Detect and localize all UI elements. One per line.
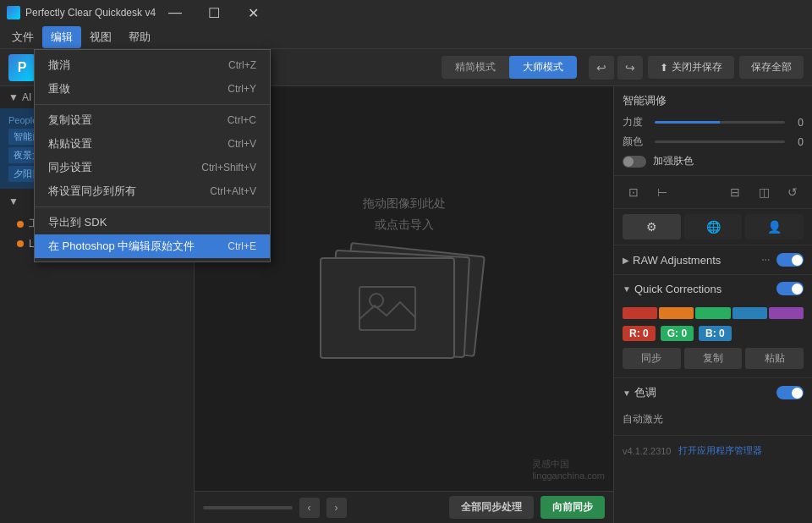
menu-help[interactable]: 帮助 bbox=[120, 26, 159, 48]
qc-copy-button[interactable]: 复制 bbox=[684, 348, 743, 369]
align-icon[interactable]: ⊢ bbox=[651, 181, 673, 203]
undo-button[interactable]: ↩ bbox=[589, 56, 614, 80]
portrait-icon: 👤 bbox=[767, 220, 782, 234]
panel-tabs: ⚙ 🌐 👤 bbox=[614, 209, 812, 245]
next-image-button[interactable]: › bbox=[326, 498, 347, 518]
watermark: 灵感中国 lingganchina.com bbox=[532, 458, 605, 481]
qc-toggle[interactable] bbox=[776, 282, 804, 295]
menu-file[interactable]: 文件 bbox=[3, 26, 42, 48]
edit-dropdown-menu: 撤消 Ctrl+Z 重做 Ctrl+Y 复制设置 Ctrl+C 粘贴设置 Ctr… bbox=[34, 49, 271, 262]
bottom-toolbar: ‹ › 全部同步处理 向前同步 bbox=[195, 491, 613, 523]
g-value-chip: G: 0 bbox=[661, 326, 694, 341]
raw-adjustments-header[interactable]: ▶ RAW Adjustments ··· bbox=[614, 245, 812, 274]
r-label: R: bbox=[629, 328, 640, 339]
upload-icon: ⬆ bbox=[660, 62, 668, 74]
image-placeholder bbox=[320, 249, 489, 384]
minimize-button[interactable]: — bbox=[156, 0, 195, 25]
copy-icon[interactable]: ⊟ bbox=[724, 181, 746, 203]
color-seg-blue bbox=[732, 307, 767, 319]
right-panel: 智能调修 力度 0 颜色 0 加强肤色 ⊡ ⊢ ⊟ bbox=[613, 86, 812, 523]
tone-toggle-knob bbox=[792, 388, 803, 399]
r-value: 0 bbox=[643, 328, 649, 339]
qc-sync-button[interactable]: 同步 bbox=[623, 348, 681, 369]
raw-toggle[interactable] bbox=[776, 253, 804, 267]
other-presets-arrow: ▼ bbox=[8, 195, 19, 207]
process-all-button[interactable]: 全部同步处理 bbox=[449, 496, 534, 519]
power-value: 0 bbox=[792, 117, 804, 129]
color-slider[interactable] bbox=[655, 140, 785, 143]
menu-copy-settings[interactable]: 复制设置 Ctrl+C bbox=[35, 108, 270, 132]
tone-toggle[interactable] bbox=[776, 386, 804, 399]
raw-more-icon[interactable]: ··· bbox=[761, 252, 770, 267]
color-spectrum-bar bbox=[623, 307, 804, 319]
color-label: 颜色 bbox=[623, 135, 648, 149]
menu-view[interactable]: 视图 bbox=[81, 26, 120, 48]
refresh-icon[interactable]: ↺ bbox=[782, 181, 804, 203]
maximize-button[interactable]: ☐ bbox=[195, 0, 233, 25]
menu-redo[interactable]: 重做 Ctrl+Y bbox=[35, 77, 270, 101]
tab-portrait[interactable]: 👤 bbox=[745, 214, 804, 239]
smart-adjust-section: 智能调修 力度 0 颜色 0 加强肤色 bbox=[614, 86, 812, 176]
tone-content: 自动激光 bbox=[614, 407, 812, 435]
tone-arrow-icon: ▼ bbox=[623, 388, 631, 398]
quick-corrections-content: R: 0 G: 0 B: 0 同步 复制 粘贴 bbox=[614, 302, 812, 377]
raw-toggle-knob bbox=[792, 255, 803, 266]
mode-selector: 精简模式 大师模式 bbox=[442, 56, 577, 79]
color-tone-header[interactable]: ▼ 色调 bbox=[614, 378, 812, 407]
power-slider[interactable] bbox=[655, 121, 785, 124]
prev-image-button[interactable]: ‹ bbox=[299, 498, 320, 518]
b-value-chip: B: 0 bbox=[699, 326, 732, 341]
menu-sync-settings[interactable]: 同步设置 Ctrl+Shift+V bbox=[35, 156, 270, 179]
menu-export-sdk[interactable]: 导出到 SDK bbox=[35, 211, 270, 234]
color-value: 0 bbox=[792, 136, 804, 148]
tab-globe[interactable]: 🌐 bbox=[684, 214, 743, 239]
power-label: 力度 bbox=[623, 115, 648, 129]
tab-sliders[interactable]: ⚙ bbox=[623, 214, 681, 239]
panel-status-bar: v4.1.2.2310 打开应用程序管理器 bbox=[614, 439, 812, 462]
b-label: B: bbox=[705, 328, 716, 339]
close-button[interactable]: ✕ bbox=[233, 0, 272, 25]
auto-laser-label: 自动激光 bbox=[623, 412, 663, 427]
save-all-button[interactable]: 保存全部 bbox=[739, 56, 804, 79]
tone-title: 色调 bbox=[634, 385, 776, 400]
history-controls: ↩ ↪ bbox=[589, 56, 643, 80]
titlebar: Perfectly Clear Quickdesk v4 — ☐ ✕ bbox=[0, 0, 812, 25]
sliders-icon: ⚙ bbox=[646, 220, 657, 234]
zoom-slider[interactable] bbox=[203, 506, 293, 509]
auto-laser-row: 自动激光 bbox=[623, 412, 804, 427]
crop-icon[interactable]: ⊡ bbox=[623, 181, 645, 203]
quick-corrections-section: ▼ Quick Corrections R: 0 bbox=[614, 275, 812, 378]
b-value: 0 bbox=[719, 328, 725, 339]
enhance-color-toggle[interactable] bbox=[623, 156, 646, 168]
mode-simple-button[interactable]: 精简模式 bbox=[442, 56, 509, 79]
raw-title: RAW Adjustments bbox=[633, 254, 761, 267]
enhance-color-label: 加强肤色 bbox=[653, 154, 694, 168]
color-seg-red bbox=[623, 307, 657, 319]
enhance-color-row: 加强肤色 bbox=[623, 154, 804, 168]
color-seg-orange bbox=[659, 307, 694, 319]
menu-sync-all[interactable]: 将设置同步到所有 Ctrl+Alt+V bbox=[35, 179, 270, 203]
smart-adjust-title: 智能调修 bbox=[623, 93, 804, 108]
r-value-chip: R: 0 bbox=[623, 326, 656, 341]
menubar: 文件 编辑 视图 帮助 bbox=[0, 25, 812, 49]
mode-master-button[interactable]: 大师模式 bbox=[509, 56, 577, 79]
close-save-button[interactable]: ⬆ 关闭并保存 bbox=[648, 56, 734, 79]
menu-paste-settings[interactable]: 粘贴设置 Ctrl+V bbox=[35, 132, 270, 156]
audio-icon[interactable]: ◫ bbox=[753, 181, 775, 203]
menu-undo[interactable]: 撤消 Ctrl+Z bbox=[35, 53, 270, 77]
color-tone-section: ▼ 色调 自动激光 bbox=[614, 378, 812, 436]
open-app-manager-link[interactable]: 打开应用程序管理器 bbox=[678, 444, 762, 457]
quick-corrections-header[interactable]: ▼ Quick Corrections bbox=[614, 275, 812, 302]
color-seg-green bbox=[695, 307, 730, 319]
ai-section-arrow: ▼ bbox=[8, 91, 19, 103]
titlebar-title: Perfectly Clear Quickdesk v4 bbox=[25, 7, 156, 19]
power-slider-row: 力度 0 bbox=[623, 115, 804, 129]
redo-button[interactable]: ↪ bbox=[617, 56, 643, 80]
panel-icon-bar: ⊡ ⊢ ⊟ ◫ ↺ bbox=[614, 176, 812, 209]
qc-paste-button[interactable]: 粘贴 bbox=[745, 348, 804, 369]
sync-forward-button[interactable]: 向前同步 bbox=[540, 496, 605, 519]
image-stack-front bbox=[320, 257, 455, 359]
menu-edit[interactable]: 编辑 bbox=[42, 26, 81, 48]
color-seg-purple bbox=[769, 307, 804, 319]
menu-edit-photoshop[interactable]: 在 Photoshop 中编辑原始文件 Ctrl+E bbox=[35, 234, 270, 258]
